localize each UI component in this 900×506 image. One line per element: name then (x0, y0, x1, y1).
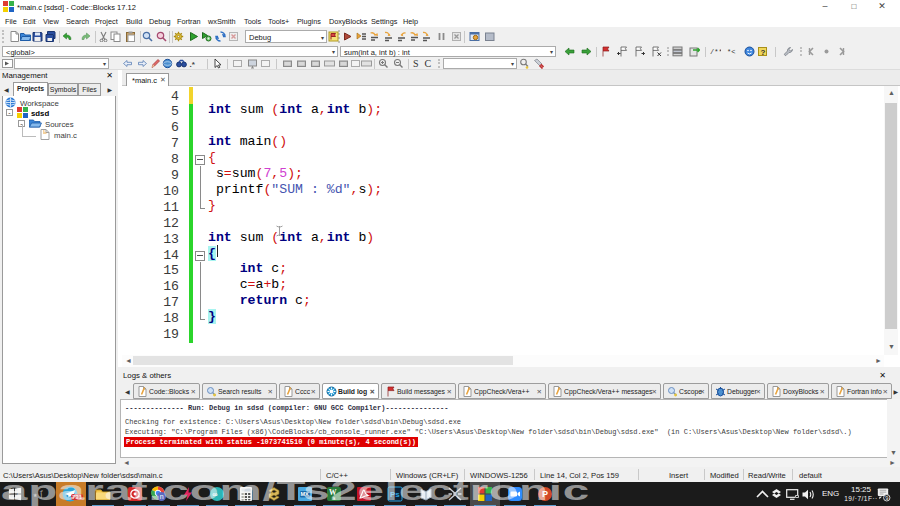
svg-text:9: 9 (885, 495, 888, 501)
svg-text:.*: .* (189, 60, 195, 69)
svg-text:/**: /** (710, 48, 721, 56)
svg-text:S: S (413, 58, 419, 69)
svg-text:?: ? (761, 48, 766, 57)
svg-text:C: C (425, 58, 432, 69)
svg-text:*<: *< (727, 48, 735, 56)
